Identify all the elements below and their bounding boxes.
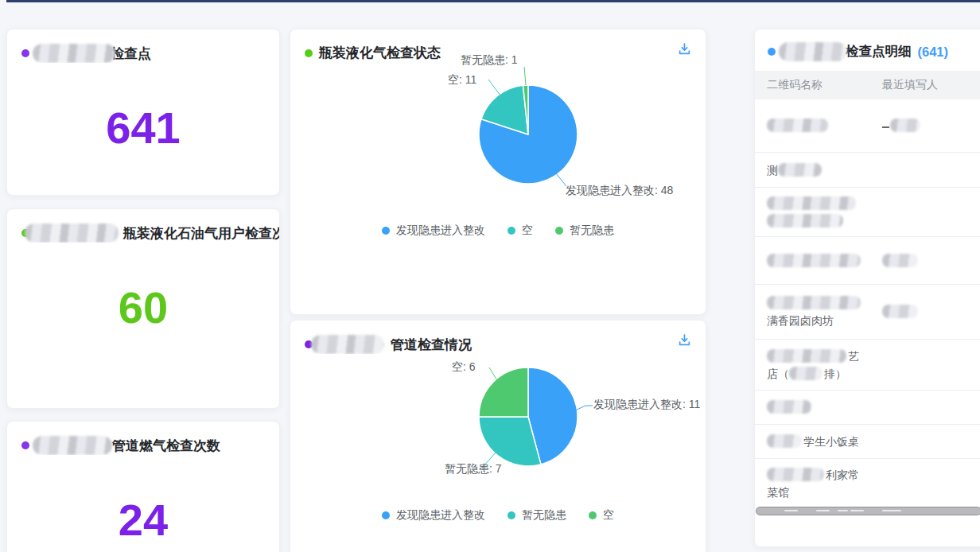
pie-slice-1[interactable]: [528, 367, 578, 465]
qr-name-cell: 利家常菜馆: [755, 466, 882, 501]
redacted-text: [767, 296, 861, 309]
stat-value: 641: [7, 106, 279, 150]
qr-name-cell: 艺店（排）: [755, 348, 882, 383]
panel-header: 检查点明细 (641): [755, 29, 980, 71]
cell-text: 利家常: [826, 468, 859, 481]
cell-text: 艺: [848, 350, 859, 363]
table-header-row: 二维码名称 最近填写人: [755, 71, 980, 99]
qr-name-cell: [755, 398, 882, 416]
pie-slice-2[interactable]: [481, 85, 528, 134]
legend-label: 空: [522, 224, 533, 238]
table-body: 测满香园卤肉坊艺店（排）学生小饭桌利家常菜馆: [755, 99, 980, 508]
last-writer-cell: [882, 252, 980, 270]
stat-value: 24: [7, 498, 279, 542]
stat-card-header: 检查点: [7, 29, 279, 63]
redacted-text: [767, 119, 828, 132]
redacted-mark: [882, 126, 889, 128]
chart-card-pipeline-check: 管道检查情况 空: 6 发现隐患进入整改: 11 暂无隐患: 7 发现隐患进入整…: [290, 320, 706, 552]
legend-label: 空: [603, 508, 614, 523]
table-row: [755, 188, 980, 237]
stat-card-header: 瓶装液化石油气用户检查次数: [7, 209, 279, 243]
stat-title: 检查点: [111, 45, 151, 63]
redacted-text: [767, 468, 824, 481]
chart-title: 瓶装液化气检查状态: [319, 44, 441, 62]
legend-item[interactable]: 空: [508, 224, 533, 238]
qr-name-cell: 测: [755, 161, 882, 179]
bullet-dot-icon: [768, 48, 776, 56]
checkpoint-detail-panel: 检查点明细 (641) 二维码名称 最近填写人 测满香园卤肉坊艺店（排）学生小饭…: [754, 29, 980, 547]
chart-card-lpg-check-status: 瓶装液化气检查状态 暂无隐患: 1 空: 11 发现隐患进入整改: 48 发现隐…: [290, 29, 706, 315]
stat-value: 60: [7, 286, 279, 330]
table-row: [755, 391, 980, 425]
qr-name-cell: [755, 252, 882, 270]
table-row: 利家常菜馆: [755, 459, 980, 508]
pie-chart: [290, 29, 706, 315]
dashboard-page: 检查点 641 瓶装液化石油气用户检查次数 60 管道燃气检查次数 24 瓶装液…: [0, 0, 980, 552]
redacted-text: [767, 434, 802, 448]
qr-name-cell: 学生小饭桌: [755, 433, 882, 450]
legend-item[interactable]: 暂无隐患: [508, 508, 566, 523]
legend-dot-icon: [508, 227, 515, 235]
download-icon[interactable]: [678, 42, 691, 56]
redacted-text: [778, 163, 822, 177]
redacted-text: [311, 335, 384, 354]
qr-name-cell: [755, 117, 882, 134]
table-row: 艺店（排）: [755, 340, 980, 391]
bullet-dot-icon: [21, 441, 29, 449]
legend-item[interactable]: 空: [589, 508, 614, 523]
panel-title: 检查点明细: [846, 43, 912, 60]
legend-dot-icon: [555, 227, 563, 235]
pie-slice-3[interactable]: [479, 367, 528, 417]
cell-text: 菜馆: [767, 486, 789, 499]
last-writer-cell: [882, 303, 980, 321]
legend-item[interactable]: 发现隐患进入整改: [382, 508, 485, 523]
stat-card-header: 管道燃气检查次数: [7, 422, 279, 455]
legend-label: 暂无隐患: [570, 224, 614, 238]
last-writer-cell: [882, 117, 980, 134]
redacted-text: [767, 254, 861, 267]
cell-text: 排）: [824, 367, 846, 380]
chart-legend: 发现隐患进入整改 空 暂无隐患: [290, 224, 706, 238]
legend-dot-icon: [382, 511, 390, 519]
stat-card-pipeline-gas-checks: 管道燃气检查次数 24: [6, 421, 280, 552]
stat-title: 管道燃气检查次数: [112, 437, 220, 455]
legend-item[interactable]: 暂无隐患: [555, 224, 614, 238]
stat-card-checkpoints: 检查点 641: [6, 29, 280, 196]
qr-name-cell: [755, 195, 882, 230]
chart-header: 管道检查情况: [290, 321, 706, 354]
pie-label: 暂无隐患: 7: [445, 462, 502, 476]
legend-dot-icon: [508, 511, 515, 519]
pie-slice-1[interactable]: [479, 85, 578, 184]
column-header-qr-name: 二维码名称: [755, 78, 882, 92]
pie-label: 发现隐患进入整改: 11: [593, 398, 700, 412]
panel-count: (641): [918, 45, 949, 60]
cell-text: 满香园卤肉坊: [767, 314, 834, 327]
download-icon[interactable]: [678, 333, 691, 347]
redacted-text: [25, 224, 119, 243]
pie-slice-2[interactable]: [479, 417, 541, 466]
cell-text: 学生小饭桌: [803, 435, 859, 448]
cell-text: 店（: [767, 367, 789, 380]
table-row: 学生小饭桌: [755, 425, 980, 459]
bullet-dot-icon: [21, 49, 29, 57]
legend-item[interactable]: 发现隐患进入整改: [382, 224, 485, 238]
redacted-text: [767, 400, 811, 414]
pie-slice-3[interactable]: [523, 85, 529, 134]
qr-name-cell: 满香园卤肉坊: [755, 294, 882, 329]
redacted-text: [789, 367, 822, 380]
horizontal-scrollbar[interactable]: [756, 507, 980, 515]
stat-title: 瓶装液化石油气用户检查次数: [123, 224, 279, 243]
redacted-text: [882, 305, 918, 318]
redacted-text: [890, 119, 920, 132]
table-row: 测: [755, 153, 980, 188]
table-row: 满香园卤肉坊: [755, 285, 980, 340]
bullet-dot-icon: [305, 49, 313, 57]
redacted-text: [779, 42, 847, 61]
column-header-last-writer: 最近填写人: [882, 78, 980, 92]
table-row: [755, 237, 980, 285]
legend-dot-icon: [382, 227, 390, 235]
pie-label: 空: 6: [452, 360, 476, 375]
chart-header: 瓶装液化气检查状态: [290, 29, 706, 62]
legend-label: 发现隐患进入整改: [396, 224, 485, 238]
redacted-text: [33, 436, 112, 455]
